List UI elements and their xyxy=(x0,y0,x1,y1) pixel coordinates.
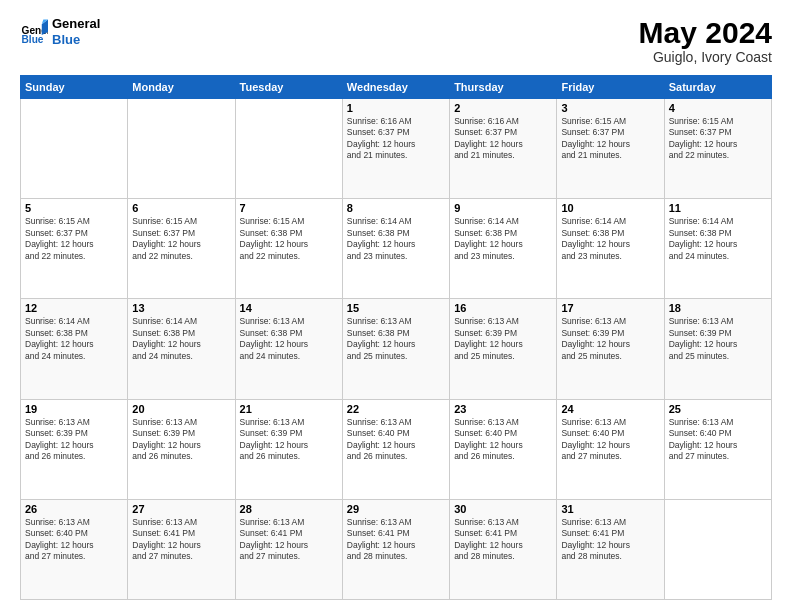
day-info: Sunrise: 6:13 AM Sunset: 6:38 PM Dayligh… xyxy=(240,316,338,362)
day-number: 3 xyxy=(561,102,659,114)
day-info: Sunrise: 6:15 AM Sunset: 6:37 PM Dayligh… xyxy=(25,216,123,262)
day-number: 1 xyxy=(347,102,445,114)
calendar-cell xyxy=(235,99,342,199)
day-info: Sunrise: 6:13 AM Sunset: 6:41 PM Dayligh… xyxy=(240,517,338,563)
calendar-cell: 10Sunrise: 6:14 AM Sunset: 6:38 PM Dayli… xyxy=(557,199,664,299)
week-row-4: 19Sunrise: 6:13 AM Sunset: 6:39 PM Dayli… xyxy=(21,399,772,499)
day-number: 21 xyxy=(240,403,338,415)
day-info: Sunrise: 6:13 AM Sunset: 6:39 PM Dayligh… xyxy=(240,417,338,463)
day-info: Sunrise: 6:13 AM Sunset: 6:39 PM Dayligh… xyxy=(132,417,230,463)
calendar-cell: 16Sunrise: 6:13 AM Sunset: 6:39 PM Dayli… xyxy=(450,299,557,399)
calendar-cell: 26Sunrise: 6:13 AM Sunset: 6:40 PM Dayli… xyxy=(21,499,128,599)
week-row-5: 26Sunrise: 6:13 AM Sunset: 6:40 PM Dayli… xyxy=(21,499,772,599)
title-block: May 2024 Guiglo, Ivory Coast xyxy=(639,16,772,65)
day-info: Sunrise: 6:13 AM Sunset: 6:40 PM Dayligh… xyxy=(669,417,767,463)
page: General Blue General Blue May 2024 Guigl… xyxy=(0,0,792,612)
logo-general: General xyxy=(52,16,100,32)
logo-blue: Blue xyxy=(52,32,100,48)
week-row-3: 12Sunrise: 6:14 AM Sunset: 6:38 PM Dayli… xyxy=(21,299,772,399)
calendar-cell xyxy=(664,499,771,599)
day-info: Sunrise: 6:14 AM Sunset: 6:38 PM Dayligh… xyxy=(132,316,230,362)
day-info: Sunrise: 6:16 AM Sunset: 6:37 PM Dayligh… xyxy=(454,116,552,162)
calendar-cell: 30Sunrise: 6:13 AM Sunset: 6:41 PM Dayli… xyxy=(450,499,557,599)
weekday-header-monday: Monday xyxy=(128,76,235,99)
day-number: 6 xyxy=(132,202,230,214)
day-info: Sunrise: 6:13 AM Sunset: 6:41 PM Dayligh… xyxy=(561,517,659,563)
calendar-cell: 6Sunrise: 6:15 AM Sunset: 6:37 PM Daylig… xyxy=(128,199,235,299)
day-info: Sunrise: 6:13 AM Sunset: 6:39 PM Dayligh… xyxy=(669,316,767,362)
day-number: 5 xyxy=(25,202,123,214)
day-info: Sunrise: 6:14 AM Sunset: 6:38 PM Dayligh… xyxy=(669,216,767,262)
calendar-cell: 12Sunrise: 6:14 AM Sunset: 6:38 PM Dayli… xyxy=(21,299,128,399)
day-number: 30 xyxy=(454,503,552,515)
calendar-cell: 2Sunrise: 6:16 AM Sunset: 6:37 PM Daylig… xyxy=(450,99,557,199)
day-info: Sunrise: 6:13 AM Sunset: 6:40 PM Dayligh… xyxy=(347,417,445,463)
day-info: Sunrise: 6:13 AM Sunset: 6:38 PM Dayligh… xyxy=(347,316,445,362)
day-info: Sunrise: 6:13 AM Sunset: 6:39 PM Dayligh… xyxy=(25,417,123,463)
day-number: 19 xyxy=(25,403,123,415)
day-info: Sunrise: 6:14 AM Sunset: 6:38 PM Dayligh… xyxy=(561,216,659,262)
day-number: 17 xyxy=(561,302,659,314)
weekday-header-sunday: Sunday xyxy=(21,76,128,99)
calendar-cell: 29Sunrise: 6:13 AM Sunset: 6:41 PM Dayli… xyxy=(342,499,449,599)
weekday-header-saturday: Saturday xyxy=(664,76,771,99)
calendar-cell: 28Sunrise: 6:13 AM Sunset: 6:41 PM Dayli… xyxy=(235,499,342,599)
day-number: 8 xyxy=(347,202,445,214)
weekday-header-wednesday: Wednesday xyxy=(342,76,449,99)
calendar-cell: 25Sunrise: 6:13 AM Sunset: 6:40 PM Dayli… xyxy=(664,399,771,499)
day-number: 7 xyxy=(240,202,338,214)
day-info: Sunrise: 6:15 AM Sunset: 6:37 PM Dayligh… xyxy=(561,116,659,162)
calendar-cell: 24Sunrise: 6:13 AM Sunset: 6:40 PM Dayli… xyxy=(557,399,664,499)
day-info: Sunrise: 6:15 AM Sunset: 6:38 PM Dayligh… xyxy=(240,216,338,262)
day-number: 15 xyxy=(347,302,445,314)
weekday-header-row: SundayMondayTuesdayWednesdayThursdayFrid… xyxy=(21,76,772,99)
day-number: 2 xyxy=(454,102,552,114)
calendar-cell: 7Sunrise: 6:15 AM Sunset: 6:38 PM Daylig… xyxy=(235,199,342,299)
day-info: Sunrise: 6:13 AM Sunset: 6:41 PM Dayligh… xyxy=(132,517,230,563)
day-info: Sunrise: 6:13 AM Sunset: 6:41 PM Dayligh… xyxy=(454,517,552,563)
calendar-cell: 31Sunrise: 6:13 AM Sunset: 6:41 PM Dayli… xyxy=(557,499,664,599)
day-number: 31 xyxy=(561,503,659,515)
calendar-cell: 15Sunrise: 6:13 AM Sunset: 6:38 PM Dayli… xyxy=(342,299,449,399)
calendar-cell: 8Sunrise: 6:14 AM Sunset: 6:38 PM Daylig… xyxy=(342,199,449,299)
calendar-table: SundayMondayTuesdayWednesdayThursdayFrid… xyxy=(20,75,772,600)
calendar-cell: 1Sunrise: 6:16 AM Sunset: 6:37 PM Daylig… xyxy=(342,99,449,199)
svg-text:Blue: Blue xyxy=(22,33,44,44)
calendar-cell: 18Sunrise: 6:13 AM Sunset: 6:39 PM Dayli… xyxy=(664,299,771,399)
calendar-cell: 23Sunrise: 6:13 AM Sunset: 6:40 PM Dayli… xyxy=(450,399,557,499)
day-info: Sunrise: 6:13 AM Sunset: 6:39 PM Dayligh… xyxy=(561,316,659,362)
day-number: 27 xyxy=(132,503,230,515)
weekday-header-thursday: Thursday xyxy=(450,76,557,99)
day-info: Sunrise: 6:14 AM Sunset: 6:38 PM Dayligh… xyxy=(25,316,123,362)
day-info: Sunrise: 6:13 AM Sunset: 6:40 PM Dayligh… xyxy=(561,417,659,463)
calendar-cell: 5Sunrise: 6:15 AM Sunset: 6:37 PM Daylig… xyxy=(21,199,128,299)
day-number: 14 xyxy=(240,302,338,314)
calendar-cell xyxy=(21,99,128,199)
day-info: Sunrise: 6:14 AM Sunset: 6:38 PM Dayligh… xyxy=(347,216,445,262)
day-info: Sunrise: 6:15 AM Sunset: 6:37 PM Dayligh… xyxy=(669,116,767,162)
day-number: 18 xyxy=(669,302,767,314)
day-number: 16 xyxy=(454,302,552,314)
day-number: 12 xyxy=(25,302,123,314)
day-number: 13 xyxy=(132,302,230,314)
day-number: 9 xyxy=(454,202,552,214)
day-number: 22 xyxy=(347,403,445,415)
day-number: 11 xyxy=(669,202,767,214)
day-number: 25 xyxy=(669,403,767,415)
day-number: 24 xyxy=(561,403,659,415)
day-number: 29 xyxy=(347,503,445,515)
calendar-cell: 11Sunrise: 6:14 AM Sunset: 6:38 PM Dayli… xyxy=(664,199,771,299)
day-info: Sunrise: 6:13 AM Sunset: 6:41 PM Dayligh… xyxy=(347,517,445,563)
calendar-cell: 19Sunrise: 6:13 AM Sunset: 6:39 PM Dayli… xyxy=(21,399,128,499)
day-number: 4 xyxy=(669,102,767,114)
day-info: Sunrise: 6:15 AM Sunset: 6:37 PM Dayligh… xyxy=(132,216,230,262)
weekday-header-tuesday: Tuesday xyxy=(235,76,342,99)
day-number: 26 xyxy=(25,503,123,515)
day-info: Sunrise: 6:13 AM Sunset: 6:40 PM Dayligh… xyxy=(25,517,123,563)
calendar-cell: 13Sunrise: 6:14 AM Sunset: 6:38 PM Dayli… xyxy=(128,299,235,399)
logo: General Blue General Blue xyxy=(20,16,100,47)
day-number: 28 xyxy=(240,503,338,515)
logo-icon: General Blue xyxy=(20,18,48,46)
calendar-cell: 9Sunrise: 6:14 AM Sunset: 6:38 PM Daylig… xyxy=(450,199,557,299)
weekday-header-friday: Friday xyxy=(557,76,664,99)
